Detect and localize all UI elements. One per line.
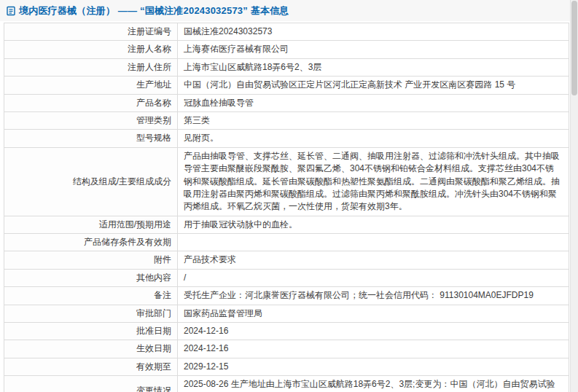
row-value-text: 中国（河北）自由贸易试验区正定片区河北正定高新技术 产业开发区南区赛园路 15 … bbox=[184, 79, 515, 90]
row-value: 产品由抽吸导管、支撑芯丝、延长管、二通阀、抽吸用注射器、过滤筛和冲洗针头组成。其… bbox=[178, 147, 569, 216]
row-value-text: 产品由抽吸导管、支撑芯丝、延长管、二通阀、抽吸用注射器、过滤筛和冲洗针头组成。其… bbox=[184, 151, 560, 212]
row-label-text: 变更情况 bbox=[136, 385, 171, 392]
row-value: 上海赛佑医疗器械有限公司 bbox=[178, 41, 569, 58]
row-value: 国家药品监督管理局 bbox=[178, 305, 569, 322]
table-row: 有效期至2029-12-15 bbox=[4, 358, 569, 375]
row-label-text: 有效期至 bbox=[136, 361, 171, 372]
table-row: 结构及组成/主要组成成分产品由抽吸导管、支撑芯丝、延长管、二通阀、抽吸用注射器、… bbox=[4, 147, 569, 216]
row-label: 批准日期 bbox=[4, 323, 178, 340]
row-value-text: 产品技术要求 bbox=[184, 254, 236, 264]
row-label: 审批部门 bbox=[4, 305, 178, 322]
row-label: 注册人住所 bbox=[4, 58, 178, 76]
table-row: 附件产品技术要求 bbox=[4, 251, 569, 269]
table-row: 注册人名称上海赛佑医疗器械有限公司 bbox=[4, 41, 569, 58]
table-row: 注册人住所上海市宝山区威航路18弄6号2、3层 bbox=[4, 58, 569, 76]
table-row: 注册证编号国械注准20243032573 bbox=[4, 23, 569, 41]
row-value-text: 上海市宝山区威航路18弄6号2、3层 bbox=[184, 62, 321, 72]
row-value-text: 2024-12-16 bbox=[184, 326, 228, 336]
row-label-text: 附件 bbox=[154, 254, 171, 264]
row-value-text: 用于抽吸冠状动脉中的血栓。 bbox=[184, 219, 297, 230]
row-value-text: 见附页。 bbox=[184, 133, 219, 143]
page-title: 境内医疗器械（注册） —— “国械注准20243032573” 基本信息 bbox=[19, 4, 289, 17]
row-label: 注册证编号 bbox=[4, 23, 178, 41]
row-label: 适用范围/预期用途 bbox=[4, 216, 178, 233]
table-row: 批准日期2024-12-16 bbox=[4, 323, 569, 340]
table-row: 产品名称冠脉血栓抽吸导管 bbox=[4, 94, 569, 111]
row-value-text: 2024-12-16 bbox=[184, 343, 228, 353]
row-label-text: 注册人住所 bbox=[128, 62, 171, 72]
row-label: 结构及组成/主要组成成分 bbox=[4, 147, 178, 216]
row-value: 受托生产企业：河北康誉医疗器械有限公司；统一社会信用代码： 91130104MA… bbox=[178, 287, 569, 305]
row-value-text: 国家药品监督管理局 bbox=[184, 308, 262, 318]
table-row: 适用范围/预期用途用于抽吸冠状动脉中的血栓。 bbox=[4, 216, 569, 233]
row-label: 其他内容 bbox=[4, 269, 178, 286]
row-value: 见附页。 bbox=[178, 130, 569, 147]
row-label: 生产地址 bbox=[4, 77, 178, 94]
row-value: 2025-08-26 生产地址由上海市宝山区威航路18弄6号2、3层;变更为：中… bbox=[178, 376, 569, 392]
row-value-text: 受托生产企业：河北康誉医疗器械有限公司；统一社会信用代码： 91130104MA… bbox=[184, 290, 534, 300]
row-value: 国械注准20243032573 bbox=[178, 23, 569, 41]
row-label: 备注 bbox=[4, 287, 178, 305]
page-header: 境内医疗器械（注册） —— “国械注准20243032573” 基本信息 bbox=[0, 0, 578, 21]
row-label: 型号规格 bbox=[4, 130, 178, 147]
row-label: 生效日期 bbox=[4, 340, 178, 358]
row-value-text: 冠脉血栓抽吸导管 bbox=[184, 98, 254, 108]
row-value: 用于抽吸冠状动脉中的血栓。 bbox=[178, 216, 569, 233]
row-value-text: / bbox=[184, 273, 186, 283]
row-label: 管理类别 bbox=[4, 111, 178, 129]
row-label-text: 产品储存条件及有效期 bbox=[84, 237, 171, 247]
row-value: 上海市宝山区威航路18弄6号2、3层 bbox=[178, 58, 569, 76]
row-value-text: 第三类 bbox=[184, 115, 210, 125]
row-label-text: 其他内容 bbox=[136, 273, 171, 283]
vertical-scrollbar[interactable] bbox=[570, 0, 578, 392]
row-label-text: 备注 bbox=[154, 290, 171, 300]
row-value: 第三类 bbox=[178, 111, 569, 129]
row-label-text: 结构及组成/主要组成成分 bbox=[73, 176, 171, 187]
row-value: 2024-12-16 bbox=[178, 340, 569, 358]
row-label-text: 适用范围/预期用途 bbox=[99, 219, 171, 230]
row-label: 变更情况 bbox=[4, 376, 178, 392]
row-value: 中国（河北）自由贸易试验区正定片区河北正定高新技术 产业开发区南区赛园路 15 … bbox=[178, 77, 569, 94]
scrollbar-thumb[interactable] bbox=[571, 1, 577, 95]
row-value-text: 上海赛佑医疗器械有限公司 bbox=[184, 44, 289, 54]
row-label: 有效期至 bbox=[4, 358, 178, 375]
row-label: 注册人名称 bbox=[4, 41, 178, 58]
row-value-text: 2025-08-26 生产地址由上海市宝山区威航路18弄6号2、3层;变更为：中… bbox=[184, 379, 555, 392]
row-label-text: 生效日期 bbox=[136, 343, 171, 353]
table-row: 管理类别第三类 bbox=[4, 111, 569, 129]
row-label: 产品名称 bbox=[4, 94, 178, 111]
table-row: 型号规格见附页。 bbox=[4, 130, 569, 147]
row-value: / bbox=[178, 269, 569, 286]
row-label-text: 批准日期 bbox=[136, 326, 171, 336]
info-table: 注册证编号国械注准20243032573注册人名称上海赛佑医疗器械有限公司注册人… bbox=[4, 23, 569, 392]
row-label: 产品储存条件及有效期 bbox=[4, 234, 178, 251]
row-value: 冠脉血栓抽吸导管 bbox=[178, 94, 569, 111]
row-value: 2029-12-15 bbox=[178, 358, 569, 375]
row-label-text: 注册证编号 bbox=[128, 26, 171, 36]
row-value-text: 国械注准20243032573 bbox=[184, 26, 272, 36]
row-value: 2024-12-16 bbox=[178, 323, 569, 340]
row-label-text: 产品名称 bbox=[136, 98, 171, 108]
table-row: 变更情况2025-08-26 生产地址由上海市宝山区威航路18弄6号2、3层;变… bbox=[4, 376, 569, 392]
table-row: 生效日期2024-12-16 bbox=[4, 340, 569, 358]
table-row: 备注受托生产企业：河北康誉医疗器械有限公司；统一社会信用代码： 91130104… bbox=[4, 287, 569, 305]
row-label-text: 生产地址 bbox=[136, 79, 171, 90]
table-row: 审批部门国家药品监督管理局 bbox=[4, 305, 569, 322]
registration-detail-page: 境内医疗器械（注册） —— “国械注准20243032573” 基本信息 注册证… bbox=[0, 0, 578, 392]
row-label-text: 审批部门 bbox=[136, 308, 171, 318]
row-value bbox=[178, 234, 569, 251]
row-label-text: 型号规格 bbox=[136, 133, 171, 143]
row-label: 附件 bbox=[4, 251, 178, 269]
table-row: 生产地址中国（河北）自由贸易试验区正定片区河北正定高新技术 产业开发区南区赛园路… bbox=[4, 77, 569, 94]
table-row: 其他内容/ bbox=[4, 269, 569, 286]
table-row: 产品储存条件及有效期 bbox=[4, 234, 569, 251]
row-label-text: 管理类别 bbox=[136, 115, 171, 125]
row-value: 产品技术要求 bbox=[178, 251, 569, 269]
document-icon bbox=[6, 6, 16, 16]
row-label-text: 注册人名称 bbox=[128, 44, 171, 54]
row-value-text: 2029-12-15 bbox=[184, 361, 228, 372]
